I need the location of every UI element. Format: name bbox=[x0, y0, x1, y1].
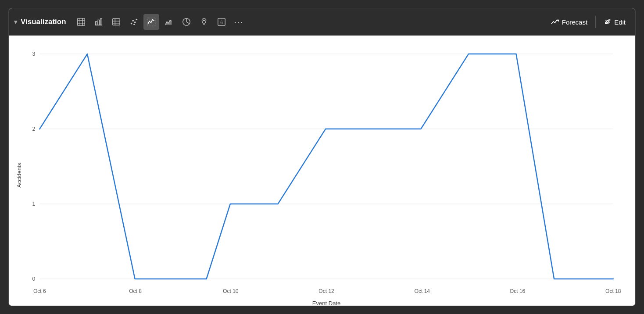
svg-rect-0 bbox=[77, 18, 84, 25]
svg-point-17 bbox=[133, 24, 135, 25]
svg-rect-5 bbox=[95, 21, 97, 25]
chevron-icon: ▾ bbox=[14, 18, 17, 25]
line-chart-icon bbox=[147, 18, 156, 26]
svg-point-13 bbox=[130, 23, 132, 25]
bar-chart-button[interactable] bbox=[91, 14, 107, 30]
pie-chart-button[interactable] bbox=[179, 14, 194, 30]
x-tick-oct10: Oct 10 bbox=[223, 288, 239, 294]
svg-point-14 bbox=[132, 20, 134, 21]
line-chart: Accidents 3 2 1 0 Oct 6 Oct 8 Oct 10 bbox=[13, 44, 626, 306]
forecast-icon bbox=[551, 18, 559, 26]
badge-icon: 6 bbox=[217, 18, 226, 26]
line-chart-button[interactable] bbox=[143, 14, 159, 30]
list-view-button[interactable] bbox=[108, 14, 124, 30]
svg-rect-7 bbox=[100, 19, 102, 25]
ellipsis-icon: ··· bbox=[234, 18, 243, 27]
area-chart-icon bbox=[165, 18, 173, 26]
y-tick-3: 3 bbox=[32, 51, 36, 57]
edit-icon bbox=[604, 18, 612, 26]
svg-point-15 bbox=[134, 21, 136, 23]
table-icon bbox=[77, 18, 86, 26]
x-tick-oct14: Oct 14 bbox=[415, 288, 430, 294]
map-pin-icon bbox=[200, 18, 208, 26]
visualization-panel: ▾ Visualization bbox=[8, 8, 636, 306]
svg-rect-9 bbox=[112, 19, 119, 25]
y-tick-2: 2 bbox=[32, 126, 36, 132]
panel-title: ▾ Visualization bbox=[14, 18, 66, 26]
x-axis-label: Event Date bbox=[312, 300, 341, 306]
chart-area: Accidents 3 2 1 0 Oct 6 Oct 8 Oct 10 bbox=[9, 36, 635, 306]
y-tick-0: 0 bbox=[32, 276, 36, 282]
list-icon bbox=[112, 18, 121, 26]
svg-point-16 bbox=[136, 19, 137, 21]
x-tick-oct6: Oct 6 bbox=[33, 288, 46, 294]
y-tick-1: 1 bbox=[32, 201, 36, 207]
svg-line-29 bbox=[609, 19, 610, 20]
forecast-label: Forecast bbox=[562, 18, 587, 26]
x-tick-oct12: Oct 12 bbox=[318, 288, 334, 294]
toolbar: ▾ Visualization bbox=[9, 8, 635, 36]
x-tick-oct16: Oct 16 bbox=[510, 288, 526, 294]
svg-text:6: 6 bbox=[220, 20, 223, 25]
scatter-icon bbox=[129, 18, 138, 26]
y-axis-label: Accidents bbox=[16, 163, 22, 188]
data-polyline bbox=[39, 54, 613, 279]
edit-button[interactable]: Edit bbox=[599, 15, 630, 29]
x-tick-oct18: Oct 18 bbox=[605, 288, 621, 294]
table-view-button[interactable] bbox=[73, 14, 89, 30]
toolbar-divider bbox=[595, 16, 596, 28]
svg-point-23 bbox=[203, 20, 205, 21]
more-options-button[interactable]: ··· bbox=[231, 14, 247, 30]
badge-button[interactable]: 6 bbox=[214, 14, 229, 30]
area-chart-button[interactable] bbox=[161, 14, 177, 30]
pie-chart-icon bbox=[182, 18, 191, 26]
edit-label: Edit bbox=[614, 18, 626, 26]
map-button[interactable] bbox=[196, 14, 212, 30]
svg-line-22 bbox=[186, 22, 189, 24]
panel-title-text: Visualization bbox=[21, 18, 66, 26]
bar-chart-icon bbox=[94, 18, 103, 26]
forecast-button[interactable]: Forecast bbox=[546, 15, 592, 29]
svg-rect-6 bbox=[98, 20, 100, 25]
scatter-chart-button[interactable] bbox=[126, 14, 142, 30]
x-tick-oct8: Oct 8 bbox=[129, 288, 142, 294]
